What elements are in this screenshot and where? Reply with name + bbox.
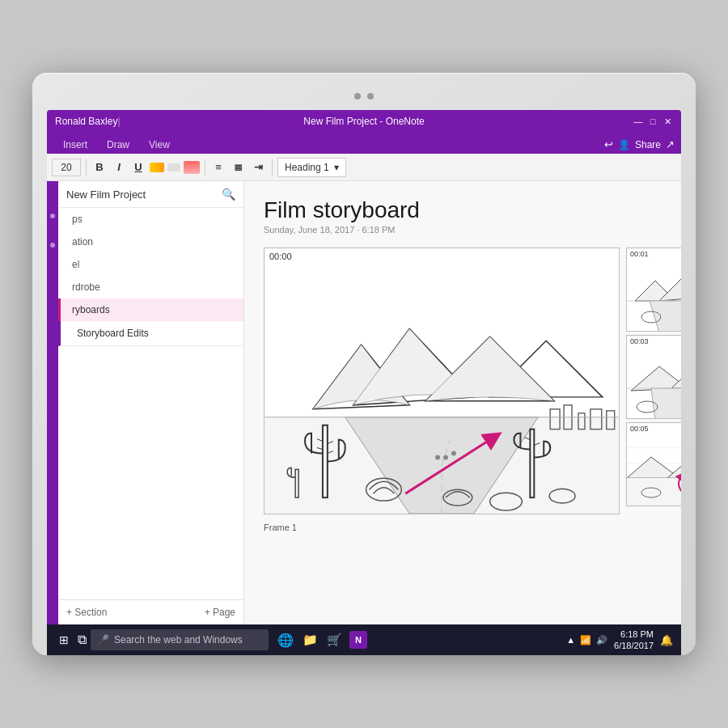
clock-display: 6:18 PM 6/18/2017 bbox=[614, 629, 654, 652]
thumb-frame-3: 00:05 bbox=[626, 422, 681, 506]
add-page-button[interactable]: + Page bbox=[205, 607, 235, 618]
main-frame-label: Frame 1 bbox=[264, 523, 297, 532]
date-text: 6/18/2017 bbox=[614, 640, 654, 651]
thumb-2-illustration bbox=[627, 336, 681, 419]
thumb-frame-2: 00:03 bbox=[626, 335, 681, 419]
title-bar-title: New Film Project - OneNote bbox=[303, 116, 424, 127]
sidebar-footer: + Section + Page bbox=[58, 599, 243, 624]
taskbar-onenote-icon[interactable]: N bbox=[349, 631, 367, 649]
main-frame-timestamp: 00:00 bbox=[269, 252, 292, 261]
bold-button[interactable]: B bbox=[91, 159, 108, 175]
notebook-strip bbox=[47, 181, 58, 624]
system-tray-icons: ▲ 📶 🔊 bbox=[566, 635, 607, 645]
ribbon-tabs: Insert Draw View ↩ 👤 Share ↗ bbox=[47, 133, 681, 154]
page-title: Film storyboard bbox=[264, 197, 662, 223]
sidebar-item-ps[interactable]: ps bbox=[58, 208, 243, 231]
bullet-list-button[interactable]: ≡ bbox=[210, 159, 226, 175]
network-icon: ▲ bbox=[566, 635, 575, 645]
heading-style-value: Heading 1 bbox=[285, 162, 329, 173]
taskbar-search-mic-icon: 🎤 bbox=[97, 634, 109, 645]
toolbar-separator-2 bbox=[205, 159, 205, 176]
volume-icon: 🔊 bbox=[596, 635, 607, 645]
notebook-name: New Film Project bbox=[66, 188, 146, 201]
wifi-icon: 📶 bbox=[580, 635, 591, 645]
main-area: New Film Project 🔍 ps ation el rdrobe ry… bbox=[47, 181, 681, 624]
share-button[interactable]: Share bbox=[635, 139, 661, 150]
strip-dot-1 bbox=[50, 214, 55, 218]
sidebar-nav: ps ation el rdrobe ryboards Storyboard E… bbox=[58, 208, 243, 599]
taskbar-search-text: Search the web and Windows bbox=[114, 634, 243, 645]
task-view-button[interactable]: ⧉ bbox=[73, 631, 91, 649]
pen-icon[interactable] bbox=[150, 163, 164, 172]
taskbar-app-icons: 🌐 📁 🛒 N bbox=[277, 631, 367, 649]
thumb-3-timestamp: 00:05 bbox=[630, 425, 649, 433]
thumb-2-timestamp: 00:03 bbox=[630, 337, 649, 345]
font-size-input[interactable]: 20 bbox=[52, 159, 81, 176]
camera-dot-2 bbox=[367, 93, 374, 99]
camera-dot bbox=[354, 93, 361, 99]
sidebar-item-ryboards[interactable]: ryboards bbox=[58, 298, 243, 321]
surface-tablet: Ronald Baxley | New Film Project - OneNo… bbox=[32, 73, 696, 655]
undo-icon[interactable]: ↩ bbox=[604, 138, 613, 150]
time-text: 6:18 PM bbox=[614, 629, 654, 640]
numbered-list-button[interactable]: ≣ bbox=[230, 159, 247, 175]
add-page-label: + Page bbox=[205, 607, 235, 618]
main-frame-illustration bbox=[265, 248, 619, 514]
thumb-frame-1: 00:01 bbox=[626, 248, 681, 332]
storyboard-container: 00:00 bbox=[264, 248, 662, 514]
toolbar: 20 B I U ≡ ≣ ⇥ Heading 1 ▾ bbox=[47, 154, 681, 181]
sidebar-header: New Film Project 🔍 bbox=[58, 181, 243, 208]
expand-icon[interactable]: ↗ bbox=[666, 138, 675, 150]
indent-button[interactable]: ⇥ bbox=[250, 159, 267, 175]
taskbar-explorer-icon[interactable]: 📁 bbox=[301, 631, 319, 649]
taskbar-store-icon[interactable]: 🛒 bbox=[325, 631, 343, 649]
add-section-button[interactable]: + Section bbox=[66, 607, 107, 618]
toolbar-separator-3 bbox=[272, 159, 273, 176]
camera-bar bbox=[47, 87, 681, 105]
strip-dot-2 bbox=[50, 243, 55, 248]
thumbnails-column: 00:01 bbox=[626, 248, 681, 514]
content-area: Film storyboard Sunday, June 18, 2017 · … bbox=[244, 181, 681, 624]
underline-button[interactable]: U bbox=[130, 159, 146, 175]
main-storyboard-frame: 00:00 bbox=[264, 248, 620, 514]
close-button[interactable]: ✕ bbox=[662, 116, 673, 127]
add-section-label: + Section bbox=[66, 607, 107, 618]
taskbar-system-area: ▲ 📶 🔊 6:18 PM 6/18/2017 🔔 bbox=[566, 629, 673, 652]
toolbar-separator-1 bbox=[86, 159, 87, 176]
svg-point-10 bbox=[443, 455, 448, 459]
taskbar: ⊞ ⧉ 🎤 Search the web and Windows 🌐 📁 🛒 N… bbox=[47, 624, 681, 655]
title-bar-separator: | bbox=[117, 116, 120, 127]
italic-button[interactable]: I bbox=[111, 159, 127, 175]
taskbar-edge-icon[interactable]: 🌐 bbox=[277, 631, 294, 649]
taskbar-search-bar[interactable]: 🎤 Search the web and Windows bbox=[91, 629, 269, 650]
sidebar: New Film Project 🔍 ps ation el rdrobe ry… bbox=[58, 181, 244, 624]
svg-point-11 bbox=[451, 451, 456, 455]
restore-button[interactable]: □ bbox=[647, 116, 658, 127]
sidebar-page-storyboard-edits[interactable]: Storyboard Edits bbox=[58, 321, 243, 346]
page-date: Sunday, June 18, 2017 · 6:18 PM bbox=[264, 225, 662, 235]
color-picker-icon[interactable] bbox=[184, 161, 200, 174]
sidebar-item-ation[interactable]: ation bbox=[58, 231, 243, 253]
sidebar-search-icon[interactable]: 🔍 bbox=[222, 188, 235, 201]
sidebar-item-el[interactable]: el bbox=[58, 253, 243, 276]
title-bar-user: Ronald Baxley bbox=[55, 116, 117, 127]
thumb-1-timestamp: 00:01 bbox=[630, 250, 649, 258]
ribbon-right-actions: ↩ 👤 Share ↗ bbox=[604, 138, 675, 154]
sidebar-item-rdrobe[interactable]: rdrobe bbox=[58, 276, 243, 298]
eraser-icon[interactable] bbox=[167, 163, 180, 171]
title-bar: Ronald Baxley | New Film Project - OneNo… bbox=[47, 110, 681, 133]
tab-view[interactable]: View bbox=[139, 136, 180, 154]
screen: Ronald Baxley | New Film Project - OneNo… bbox=[47, 110, 681, 655]
user-icon[interactable]: 👤 bbox=[618, 139, 630, 150]
thumb-3-illustration bbox=[627, 423, 681, 506]
heading-dropdown-arrow: ▾ bbox=[334, 162, 339, 173]
start-button[interactable]: ⊞ bbox=[55, 631, 73, 649]
thumb-1-illustration bbox=[627, 248, 681, 332]
tab-insert[interactable]: Insert bbox=[53, 136, 97, 154]
notification-icon[interactable]: 🔔 bbox=[660, 634, 673, 646]
heading-style-dropdown[interactable]: Heading 1 ▾ bbox=[277, 158, 346, 177]
minimize-button[interactable]: — bbox=[633, 116, 644, 127]
tab-draw[interactable]: Draw bbox=[97, 136, 139, 154]
svg-point-9 bbox=[435, 455, 440, 459]
window-controls: — □ ✕ bbox=[633, 116, 673, 127]
